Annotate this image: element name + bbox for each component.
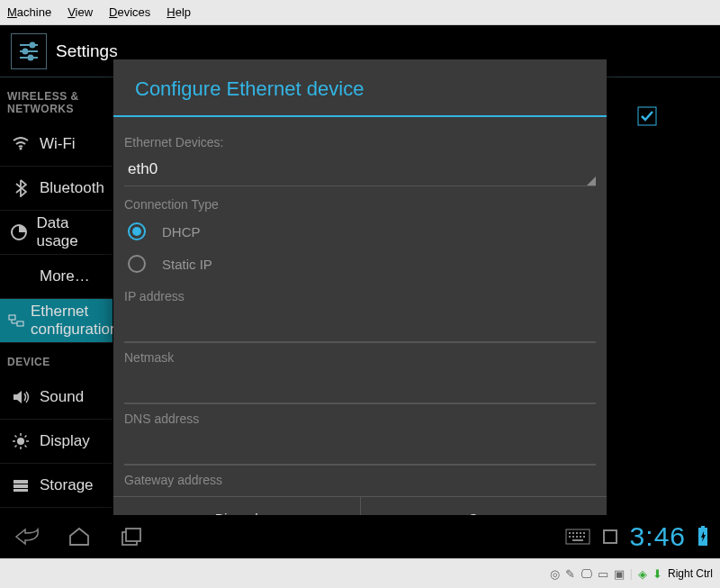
host-disk-icon[interactable]: ◎ (550, 567, 560, 581)
netmask-label: Netmask (124, 350, 596, 365)
svg-rect-28 (576, 532, 578, 534)
sidebar-item-ethernet[interactable]: Ethernet configuration (0, 299, 112, 343)
bluetooth-icon (7, 179, 34, 197)
status-tray[interactable]: 3:46 (565, 521, 709, 552)
radio-icon (128, 255, 146, 273)
settings-icon (11, 33, 47, 69)
sound-icon (7, 389, 34, 405)
eth-device-spinner[interactable]: eth0 (124, 153, 596, 186)
host-key-label: Right Ctrl (668, 567, 713, 580)
sidebar-item-more[interactable]: More… (0, 255, 112, 299)
svg-rect-29 (580, 532, 581, 534)
svg-rect-35 (583, 536, 585, 538)
menu-devices[interactable]: Devices (109, 5, 150, 19)
sidebar-item-label: Bluetooth (40, 179, 104, 197)
svg-rect-19 (14, 480, 28, 484)
host-usb-icon[interactable]: ▭ (598, 567, 608, 581)
eth-devices-label: Ethernet Devices: (124, 135, 596, 149)
sidebar-item-label: Sound (40, 388, 84, 406)
status-clock: 3:46 (630, 521, 686, 552)
ethernet-icon (7, 313, 25, 328)
settings-list: WIRELESS & NETWORKS Wi-Fi Bluetooth Data… (0, 77, 112, 532)
sidebar-item-label: Wi-Fi (40, 135, 76, 153)
host-shared-icon[interactable]: ▣ (614, 567, 625, 581)
radio-icon (128, 222, 146, 240)
svg-rect-21 (14, 489, 28, 492)
svg-rect-39 (701, 526, 705, 528)
netmask-input[interactable] (124, 368, 596, 404)
sidebar-item-label: Ethernet configuration (31, 303, 118, 339)
svg-rect-20 (14, 484, 28, 488)
svg-rect-8 (9, 315, 15, 320)
dialog-content: Ethernet Devices: eth0 Connection Type D… (113, 117, 607, 496)
menu-help[interactable]: Help (166, 5, 191, 19)
navigation-bar: 3:46 (0, 515, 720, 558)
sidebar-item-wifi[interactable]: Wi-Fi (0, 122, 112, 167)
radio-label: DHCP (162, 224, 201, 240)
radio-label: Static IP (162, 257, 212, 272)
dialog-title: Configure Ethernet device (113, 59, 607, 115)
svg-rect-31 (569, 536, 571, 538)
svg-rect-33 (576, 536, 578, 538)
battery-icon (697, 526, 709, 547)
sidebar-item-label: Storage (40, 476, 94, 494)
notification-icon (601, 528, 619, 546)
host-menu-bar: Machine View Devices Help (0, 0, 720, 25)
dns-address-label: DNS address (124, 412, 596, 426)
sidebar-item-display[interactable]: Display (0, 420, 112, 464)
sidebar-item-sound[interactable]: Sound (0, 375, 112, 420)
svg-point-5 (29, 55, 33, 59)
svg-line-15 (15, 436, 17, 438)
ethernet-toggle-checkbox[interactable] (637, 106, 657, 126)
svg-rect-27 (572, 532, 574, 534)
svg-rect-34 (580, 536, 581, 538)
menu-machine[interactable]: Machine (7, 5, 51, 19)
recents-button[interactable] (115, 524, 148, 549)
svg-rect-32 (572, 536, 574, 538)
sidebar-item-bluetooth[interactable]: Bluetooth (0, 167, 112, 211)
svg-point-6 (20, 148, 22, 150)
menu-view[interactable]: View (68, 5, 93, 19)
data-usage-icon (7, 223, 31, 241)
storage-icon (7, 478, 34, 493)
sidebar-item-label: Display (40, 432, 90, 450)
ip-address-label: IP address (124, 289, 596, 303)
configure-ethernet-dialog: Configure Ethernet device Ethernet Devic… (113, 59, 607, 539)
host-status-bar: ◎ ✎ 🖵 ▭ ▣ | ◈ ⬇ Right Ctrl (0, 558, 720, 588)
svg-line-16 (25, 446, 27, 448)
conn-type-label: Connection Type (124, 197, 596, 212)
svg-rect-30 (583, 532, 585, 534)
wifi-icon (7, 137, 34, 151)
dns-address-input[interactable] (124, 430, 596, 466)
svg-point-3 (31, 42, 35, 47)
eth-device-value: eth0 (128, 160, 158, 177)
sidebar-item-storage[interactable]: Storage (0, 464, 112, 508)
host-indicator-icon: ◈ (638, 567, 647, 581)
android-screen: Settings WIRELESS & NETWORKS Wi-Fi Bluet… (0, 25, 720, 558)
keyboard-icon (565, 529, 590, 545)
section-wireless: WIRELESS & NETWORKS (0, 77, 112, 122)
action-bar-title: Settings (56, 41, 118, 61)
back-button[interactable] (11, 524, 43, 549)
svg-rect-38 (605, 531, 616, 542)
display-icon (7, 432, 34, 450)
host-optical-icon[interactable]: ✎ (565, 567, 575, 581)
host-key-icon: ⬇ (652, 567, 662, 581)
ip-address-input[interactable] (124, 307, 596, 343)
svg-line-17 (15, 446, 17, 448)
svg-rect-9 (17, 321, 23, 326)
svg-rect-24 (126, 529, 140, 541)
svg-rect-26 (569, 532, 571, 534)
gateway-address-label: Gateway address (124, 473, 596, 487)
svg-rect-36 (572, 539, 583, 541)
radio-static-ip[interactable]: Static IP (124, 248, 596, 280)
svg-line-18 (25, 436, 27, 438)
radio-dhcp[interactable]: DHCP (124, 215, 596, 248)
sidebar-item-data[interactable]: Data usage (0, 211, 112, 255)
sidebar-item-label: More… (40, 267, 90, 285)
host-network-icon[interactable]: 🖵 (580, 567, 592, 581)
section-device: DEVICE (0, 343, 112, 375)
svg-point-10 (17, 438, 24, 445)
sidebar-item-label: Data usage (36, 214, 105, 250)
home-button[interactable] (63, 524, 95, 549)
